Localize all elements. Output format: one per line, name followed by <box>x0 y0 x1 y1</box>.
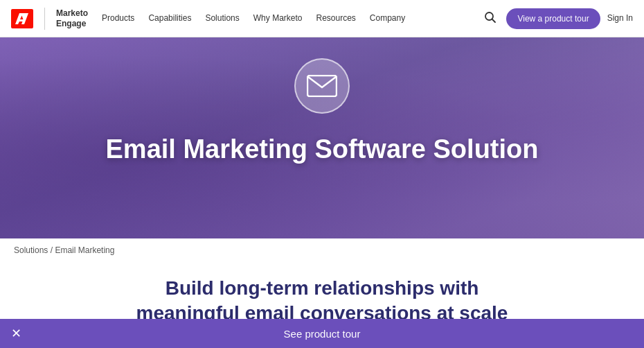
marketo-logo-text: Marketo Engage <box>56 8 88 28</box>
nav-item-solutions[interactable]: Solutions <box>199 10 244 27</box>
svg-rect-0 <box>11 9 33 28</box>
product-tour-button[interactable]: View a product tour <box>506 8 600 29</box>
nav-item-company[interactable]: Company <box>364 10 411 27</box>
logo-divider <box>44 8 45 30</box>
content-section: Build long-term relationships with meani… <box>0 262 644 327</box>
hero-title: Email Marketing Software Solution <box>78 134 566 164</box>
banner-close-button[interactable]: ✕ <box>11 326 21 327</box>
email-icon-circle <box>294 58 350 114</box>
nav-item-products[interactable]: Products <box>96 10 140 27</box>
nav-item-why-marketo[interactable]: Why Marketo <box>248 10 308 27</box>
logo[interactable]: Marketo Engage <box>11 8 88 30</box>
hero-content: Email Marketing Software Solution <box>0 37 644 164</box>
navbar: Marketo Engage Products Capabilities Sol… <box>0 0 644 37</box>
hero-section: Email Marketing Software Solution <box>0 37 644 238</box>
breadcrumb-current: Email Marketing <box>55 245 114 255</box>
content-heading-line1: Build long-term relationships with <box>166 277 479 299</box>
nav-item-capabilities[interactable]: Capabilities <box>143 10 197 27</box>
sign-in-link[interactable]: Sign In <box>607 13 633 24</box>
search-icon <box>484 11 497 24</box>
nav-actions: View a product tour Sign In <box>481 8 633 29</box>
email-icon <box>307 75 337 97</box>
breadcrumb: Solutions / Email Marketing <box>0 238 644 262</box>
nav-links: Products Capabilities Solutions Why Mark… <box>96 10 481 27</box>
adobe-logo-icon <box>11 9 33 28</box>
bottom-banner: ✕ See product tour <box>0 319 644 327</box>
breadcrumb-parent[interactable]: Solutions <box>14 245 48 255</box>
svg-line-2 <box>492 19 496 22</box>
search-button[interactable] <box>481 8 499 29</box>
nav-item-resources[interactable]: Resources <box>310 10 361 27</box>
